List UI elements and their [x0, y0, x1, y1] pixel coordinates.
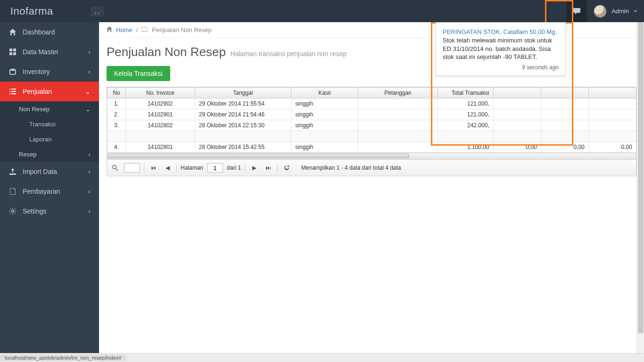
- sidebar-item-label: Settings: [23, 207, 47, 215]
- first-page-button[interactable]: ⏮: [148, 163, 158, 173]
- cell-c3: 0,00: [588, 142, 636, 153]
- cell-tanggal: 29 Oktober 2014 21:55:54: [195, 99, 291, 109]
- scrollbar-thumb[interactable]: [107, 154, 409, 158]
- col-invoice[interactable]: No. Invoice: [125, 88, 195, 99]
- table-row[interactable]: 3.1410280228 Oktober 2014 22:15:30singgi…: [107, 120, 636, 131]
- cell-invoice: 14102801: [125, 142, 195, 153]
- chevron-down-icon: [634, 10, 637, 12]
- table-row[interactable]: Cataflam 5: [107, 131, 636, 142]
- cell-kasir: singgih: [291, 120, 358, 131]
- grid-icon: [8, 49, 17, 55]
- sidebar-item-label: Inventory: [23, 68, 50, 75]
- col-pelanggan[interactable]: Pelanggan: [358, 88, 438, 99]
- cell-c2: 0,00: [541, 142, 588, 153]
- pager-separator: [176, 164, 177, 172]
- cell-c2: [541, 109, 588, 120]
- user-menu[interactable]: Admin: [587, 0, 644, 22]
- cell-tanggal: 29 Oktober 2014 21:54:46: [195, 109, 291, 120]
- data-grid: No No. Invoice Tanggal Kasir Pelanggan T…: [107, 87, 636, 153]
- cell-pelanggan: [358, 120, 438, 131]
- pager-separator: [245, 164, 245, 172]
- table-row[interactable]: 2.1410290129 Oktober 2014 21:54:46singgi…: [107, 109, 636, 120]
- col-kasir[interactable]: Kasir: [291, 88, 358, 99]
- cell-invoice: 14102802: [125, 120, 195, 131]
- col-extra1[interactable]: [493, 88, 541, 99]
- col-total[interactable]: Total Transaksi: [438, 88, 493, 99]
- scrollbar-thumb[interactable]: [638, 22, 644, 333]
- sidebar-subitem-non-resep[interactable]: Non Resep ⌄: [0, 101, 99, 116]
- chevron-left-icon: ‹: [88, 48, 91, 56]
- refresh-button[interactable]: [281, 163, 292, 173]
- col-extra3[interactable]: [588, 88, 636, 99]
- sidebar-item-inventory[interactable]: Inventory ‹: [0, 62, 99, 82]
- search-box[interactable]: [124, 163, 140, 173]
- horizontal-scrollbar[interactable]: [107, 153, 636, 160]
- vertical-scrollbar[interactable]: [636, 22, 644, 353]
- sidebar-item-pembayaran[interactable]: Pembayaran ‹: [0, 181, 99, 201]
- page-number-input[interactable]: [207, 163, 223, 173]
- sidebar-subitem-resep[interactable]: Resep ‹: [0, 147, 99, 162]
- sidebar-item-penjualan[interactable]: Penjualan ⌄: [0, 82, 99, 101]
- svg-rect-9: [9, 93, 10, 94]
- notification-title[interactable]: PERINGATAN STOK: Cataflam 50.00 Mg.: [443, 28, 559, 35]
- svg-rect-6: [11, 89, 16, 90]
- chevron-down-icon: ⌄: [85, 106, 91, 113]
- cell-no: [107, 131, 126, 142]
- sidebar-subitem-label: Transaksi: [29, 121, 56, 128]
- col-tanggal[interactable]: Tanggal: [195, 88, 291, 99]
- col-no[interactable]: No: [107, 88, 126, 99]
- cell-kasir: singgih: [291, 99, 358, 109]
- cell-c3: [588, 109, 636, 120]
- sidebar-subitem-transaksi[interactable]: Transaksi: [0, 116, 99, 132]
- col-extra2[interactable]: [541, 88, 588, 99]
- sidebar-item-label: Data Master: [23, 48, 58, 56]
- table-row[interactable]: 4.1410280128 Oktober 2014 15:42:55singgi…: [107, 142, 636, 153]
- sidebar: Dashboard Data Master ‹ Inventory ‹ Penj…: [0, 22, 99, 362]
- cell-c1: [493, 99, 541, 109]
- chevron-left-icon: ‹: [88, 68, 91, 75]
- top-navbar: Inofarma ‹ › Admin: [0, 0, 644, 22]
- svg-line-13: [116, 169, 118, 171]
- sidebar-subitem-laporan[interactable]: Laporan: [0, 132, 99, 147]
- document-icon: [8, 188, 17, 195]
- svg-rect-8: [11, 91, 16, 92]
- pager-page-label: Halaman: [181, 165, 203, 171]
- list-icon: [8, 88, 17, 95]
- svg-rect-3: [13, 52, 16, 55]
- sidebar-item-import-data[interactable]: Import Data ‹: [0, 162, 99, 181]
- status-bar: localhost/new_apotek/admin/trx_non_resep…: [0, 353, 644, 362]
- cell-tanggal: 28 Oktober 2014 22:15:30: [195, 120, 291, 131]
- home-icon: [107, 26, 112, 33]
- notification-time: 9 seconds ago: [443, 64, 559, 71]
- avatar: [594, 5, 607, 18]
- prev-page-button[interactable]: ◀: [162, 163, 173, 173]
- svg-point-12: [113, 165, 116, 169]
- cell-c3: [588, 120, 636, 131]
- grid-scroll-area[interactable]: No No. Invoice Tanggal Kasir Pelanggan T…: [107, 87, 636, 153]
- search-button[interactable]: [110, 163, 120, 173]
- pager-separator: [144, 164, 144, 172]
- breadcrumb-home-link[interactable]: Home: [116, 26, 132, 33]
- brand-title: Inofarma: [0, 5, 99, 17]
- last-page-button[interactable]: ⏭: [263, 163, 273, 173]
- cell-c2: [541, 99, 588, 109]
- next-page-button[interactable]: ▶: [249, 163, 259, 173]
- chat-icon: [573, 8, 580, 15]
- database-icon: [8, 68, 17, 75]
- sidebar-toggle-button[interactable]: ‹ ›: [91, 6, 104, 16]
- sidebar-item-dashboard[interactable]: Dashboard: [0, 22, 99, 42]
- sidebar-item-label: Penjualan: [23, 88, 52, 95]
- svg-point-11: [12, 210, 14, 212]
- sidebar-item-data-master[interactable]: Data Master ‹: [0, 42, 99, 62]
- chevron-left-icon: ‹: [94, 9, 97, 13]
- cell-kasir: singgih: [291, 109, 358, 120]
- cell-invoice: 14102902: [125, 99, 195, 109]
- table-row[interactable]: 1.1410290229 Oktober 2014 21:55:54singgi…: [107, 99, 636, 109]
- cell-c1: [493, 109, 541, 120]
- sidebar-item-settings[interactable]: Settings ‹: [0, 201, 99, 221]
- kelola-transaksi-button[interactable]: Kelola Transaksi: [107, 66, 170, 81]
- cell-no: 1.: [107, 99, 126, 109]
- gear-icon: [8, 208, 17, 214]
- notifications-button[interactable]: [566, 0, 587, 22]
- chevron-left-icon: ‹: [88, 207, 91, 215]
